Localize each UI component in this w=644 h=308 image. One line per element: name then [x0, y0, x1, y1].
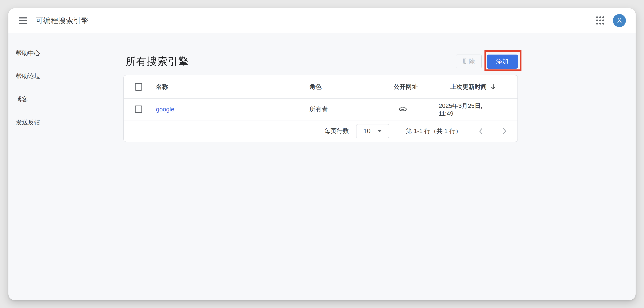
row-checkbox[interactable] [135, 106, 142, 113]
app-title: 可编程搜索引擎 [36, 16, 89, 26]
main-panel: 所有搜索引擎 删除 添加 名称 角色 公开网址 [124, 33, 518, 142]
avatar[interactable]: X [613, 14, 626, 27]
rows-per-page-label: 每页行数 [324, 127, 349, 135]
sidebar-item-send-feedback[interactable]: 发送反馈 [16, 118, 106, 127]
pagination-range-text: 第 1-1 行（共 1 行） [406, 127, 462, 135]
link-icon[interactable] [398, 105, 407, 114]
delete-button[interactable]: 删除 [456, 55, 482, 68]
top-bar: 可编程搜索引擎 X [8, 8, 636, 33]
pagination-bar: 每页行数 10 第 1-1 行（共 1 行） [124, 121, 518, 142]
main-header: 所有搜索引擎 删除 添加 [124, 54, 518, 69]
engine-name-link[interactable]: google [156, 106, 174, 113]
chevron-left-icon[interactable] [477, 127, 485, 135]
column-header-last-updated[interactable]: 上次更新时间 [450, 83, 487, 91]
add-button[interactable]: 添加 [487, 55, 518, 69]
header-actions: 删除 添加 [456, 55, 518, 69]
rows-per-page-select[interactable]: 10 [356, 124, 389, 138]
column-header-name: 名称 [156, 83, 310, 91]
caret-down-icon [377, 130, 382, 132]
sidebar-item-blog[interactable]: 博客 [16, 95, 106, 104]
apps-grid-icon[interactable] [596, 16, 604, 25]
page-title: 所有搜索引擎 [126, 55, 189, 68]
sidebar-item-help-center[interactable]: 帮助中心 [16, 49, 106, 57]
app-window: 可编程搜索引擎 X 帮助中心 帮助论坛 博客 发送反馈 所有搜索引擎 删除 添加 [8, 8, 636, 300]
column-header-public-url: 公开网址 [394, 83, 439, 91]
chevron-right-icon[interactable] [500, 127, 509, 135]
arrow-down-icon[interactable] [490, 83, 497, 90]
table-header-row: 名称 角色 公开网址 上次更新时间 [124, 75, 518, 99]
rows-per-page-value: 10 [363, 127, 370, 135]
engine-last-updated: 2025年3月25日, 11:49 [439, 102, 518, 117]
engine-role: 所有者 [310, 105, 394, 114]
table-row: google 所有者 2025年3月25日, 11:49 [124, 99, 518, 121]
select-all-checkbox[interactable] [135, 83, 142, 91]
sidebar-item-help-forum[interactable]: 帮助论坛 [16, 72, 106, 81]
menu-icon[interactable] [19, 17, 27, 24]
column-header-role: 角色 [310, 83, 394, 91]
content-area: 帮助中心 帮助论坛 博客 发送反馈 所有搜索引擎 删除 添加 [8, 33, 636, 300]
search-engines-table: 名称 角色 公开网址 上次更新时间 [124, 75, 518, 142]
sidebar: 帮助中心 帮助论坛 博客 发送反馈 [16, 49, 106, 142]
